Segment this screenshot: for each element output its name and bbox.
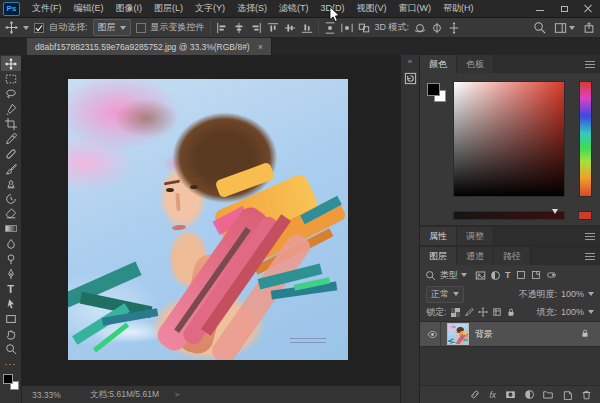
align-center-h-icon[interactable] — [233, 22, 245, 34]
lock-transparency-icon[interactable] — [451, 308, 460, 317]
type-tool[interactable]: T — [1, 281, 21, 296]
link-layers-icon[interactable] — [469, 389, 481, 400]
smart-object-filter-icon[interactable] — [531, 270, 541, 280]
brush-tool[interactable] — [1, 161, 21, 176]
crop-tool[interactable] — [1, 116, 21, 131]
align-top-icon[interactable] — [267, 22, 279, 34]
clone-stamp-tool[interactable] — [1, 176, 21, 191]
tab-color[interactable]: 颜色 — [420, 55, 457, 73]
3d-orbit-icon[interactable] — [414, 22, 426, 34]
panel-menu-button[interactable] — [585, 247, 600, 265]
align-right-icon[interactable] — [250, 22, 262, 34]
layer-name[interactable]: 背景 — [475, 328, 493, 341]
minimize-button[interactable] — [528, 0, 552, 18]
layer-thumbnail[interactable] — [447, 323, 469, 345]
status-popup-arrow[interactable]: ＞ — [173, 389, 182, 401]
quick-selection-tool[interactable] — [1, 101, 21, 116]
expand-dock-icon[interactable]: « — [408, 58, 412, 66]
hue-slider[interactable] — [579, 81, 592, 197]
type-filter-icon[interactable]: T — [505, 270, 511, 280]
history-brush-tool[interactable] — [1, 191, 21, 206]
edit-toolbar-button[interactable]: ··· — [1, 356, 21, 371]
tab-channels[interactable]: 通道 — [457, 247, 494, 265]
share-icon[interactable] — [583, 21, 595, 34]
lasso-tool[interactable] — [1, 86, 21, 101]
tab-close-icon[interactable]: × — [258, 42, 263, 52]
zoom-tool[interactable] — [1, 341, 21, 356]
lock-artboard-icon[interactable] — [492, 307, 502, 317]
zoom-level-field[interactable]: 33.33% — [32, 390, 84, 400]
ramp-handle[interactable] — [552, 209, 558, 214]
saturation-brightness-picker[interactable] — [453, 81, 565, 197]
maximize-button[interactable] — [552, 0, 576, 18]
menu-help[interactable]: 帮助(H) — [437, 0, 480, 17]
color-swatches[interactable] — [2, 373, 20, 391]
path-selection-tool[interactable] — [1, 296, 21, 311]
foreground-color-swatch[interactable] — [3, 374, 13, 384]
new-adjustment-layer-icon[interactable] — [525, 390, 534, 399]
workspace-switcher[interactable] — [554, 22, 575, 34]
rectangular-marquee-tool[interactable] — [1, 71, 21, 86]
tab-properties[interactable]: 属性 — [420, 227, 457, 245]
hand-tool[interactable] — [1, 326, 21, 341]
menu-type[interactable]: 文字(Y) — [189, 0, 231, 17]
spot-healing-brush-tool[interactable] — [1, 146, 21, 161]
filter-toggle-icon[interactable] — [546, 270, 557, 280]
distribute-v-icon[interactable] — [324, 22, 336, 34]
menu-file[interactable]: 文件(F) — [26, 0, 68, 17]
pen-tool[interactable] — [1, 266, 21, 281]
add-mask-icon[interactable] — [504, 389, 517, 400]
panel-menu-button[interactable] — [585, 55, 600, 73]
3d-roll-icon[interactable] — [431, 22, 443, 34]
new-layer-icon[interactable] — [562, 389, 573, 400]
photoshop-logo[interactable]: Ps — [3, 2, 20, 16]
foreground-color-swatch[interactable] — [427, 83, 440, 96]
filter-kind-dropdown[interactable]: 类型 — [440, 269, 467, 282]
new-group-icon[interactable] — [542, 389, 554, 400]
lock-position-icon[interactable] — [478, 307, 488, 317]
tab-adjustments[interactable]: 调整 — [457, 227, 494, 245]
close-button[interactable] — [576, 0, 600, 18]
menu-select[interactable]: 选择(S) — [231, 0, 273, 17]
distribute-h-icon[interactable] — [341, 22, 353, 34]
lock-all-icon[interactable] — [506, 307, 516, 318]
eraser-tool[interactable] — [1, 206, 21, 221]
gradient-tool[interactable] — [1, 221, 21, 236]
pixel-filter-icon[interactable] — [475, 270, 486, 281]
align-bottom-icon[interactable] — [301, 22, 313, 34]
menu-edit[interactable]: 编辑(E) — [68, 0, 110, 17]
menu-window[interactable]: 窗口(W) — [393, 0, 438, 17]
lock-pixels-icon[interactable] — [464, 307, 474, 317]
visibility-toggle[interactable] — [425, 322, 441, 346]
layer-effects-icon[interactable]: fx — [489, 390, 496, 400]
opacity-value[interactable]: 100% — [561, 289, 584, 299]
tool-preset-arrow[interactable] — [23, 26, 29, 30]
eyedropper-tool[interactable] — [1, 131, 21, 146]
align-middle-icon[interactable] — [284, 22, 296, 34]
fill-value[interactable]: 100% — [561, 307, 584, 317]
shape-filter-icon[interactable] — [516, 270, 526, 280]
rectangle-tool[interactable] — [1, 311, 21, 326]
panel-menu-button[interactable] — [585, 227, 600, 245]
menu-filter[interactable]: 滤镜(T) — [273, 0, 315, 17]
3d-pan-icon[interactable] — [448, 22, 460, 34]
tab-layers[interactable]: 图层 — [420, 247, 457, 265]
menu-layer[interactable]: 图层(L) — [148, 0, 189, 17]
auto-select-dropdown[interactable]: 图层 — [93, 19, 131, 36]
history-panel-icon[interactable] — [404, 72, 417, 85]
align-left-icon[interactable] — [216, 22, 228, 34]
color-ramp[interactable] — [453, 211, 565, 220]
document-tab[interactable]: d8abf157882315.59e76a9285752.jpg @ 33.3%… — [27, 38, 272, 55]
auto-align-icon[interactable] — [358, 22, 370, 34]
tab-swatches[interactable]: 色板 — [457, 55, 494, 73]
layer-row-background[interactable]: 背景 — [420, 322, 600, 347]
move-tool[interactable] — [1, 56, 21, 71]
blur-tool[interactable] — [1, 236, 21, 251]
menu-image[interactable]: 图像(I) — [110, 0, 149, 17]
canvas-area[interactable]: 33.33% 文档:5.61M/5.61M ＞ — [22, 55, 400, 403]
dodge-tool[interactable] — [1, 251, 21, 266]
menu-view[interactable]: 视图(V) — [351, 0, 393, 17]
show-transform-checkbox[interactable] — [136, 23, 146, 33]
menu-3d[interactable]: 3D(D) — [315, 0, 351, 17]
adjustment-filter-icon[interactable] — [491, 271, 500, 280]
